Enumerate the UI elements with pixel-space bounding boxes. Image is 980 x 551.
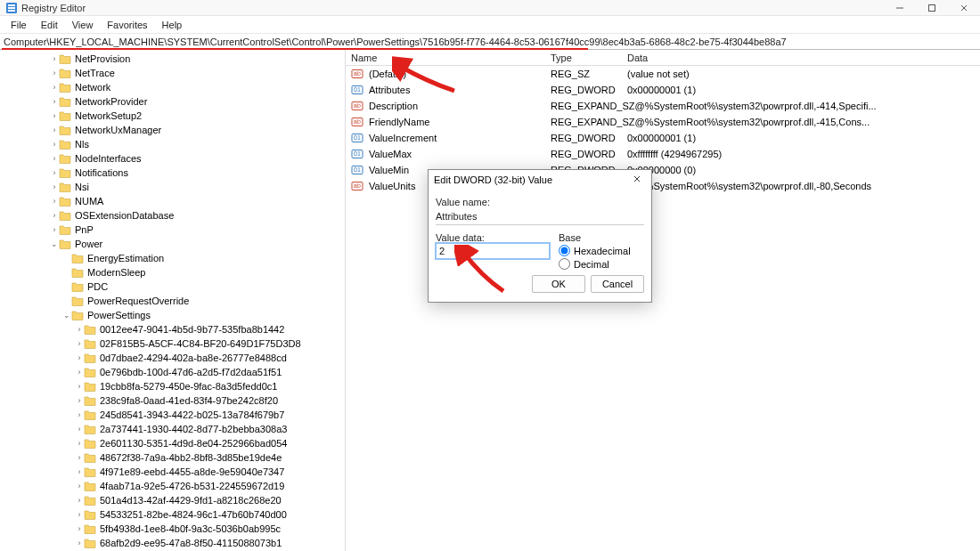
tree-item[interactable]: ›NetworkUxManager <box>0 123 345 137</box>
folder-icon <box>71 266 84 279</box>
tree-item[interactable]: ›2a737441-1930-4402-8d77-b2bebba308a3 <box>0 422 345 436</box>
tree-item[interactable]: ›Nls <box>0 137 345 151</box>
expand-chevron-icon[interactable]: › <box>50 140 59 149</box>
tree-item[interactable]: ›0e796bdb-100d-47d6-a2d5-f7d2daa51f51 <box>0 365 345 379</box>
expand-chevron-icon[interactable]: › <box>50 54 59 63</box>
tree-item[interactable]: ›238c9fa8-0aad-41ed-83f4-97be242c8f20 <box>0 393 345 408</box>
tree-item[interactable]: ›NUMA <box>0 194 345 208</box>
tree-item[interactable]: ›NodeInterfaces <box>0 151 345 166</box>
expand-chevron-icon[interactable]: › <box>50 97 59 106</box>
tree-item[interactable]: ›Network <box>0 80 345 94</box>
cancel-button[interactable]: Cancel <box>591 275 644 293</box>
dialog-close-button[interactable] <box>628 174 646 185</box>
folder-icon <box>59 223 71 236</box>
value-name: FriendlyName <box>369 117 429 127</box>
tree-item[interactable]: ModernSleep <box>0 265 345 280</box>
expand-chevron-icon[interactable]: › <box>75 382 84 391</box>
tree-label: 19cbb8fa-5279-450e-9fac-8a3d5fedd0c1 <box>100 381 277 392</box>
tree-item[interactable]: ⌄Power <box>0 237 345 251</box>
expand-chevron-icon[interactable]: › <box>50 225 59 234</box>
expand-chevron-icon[interactable]: › <box>75 325 84 334</box>
menu-favorites[interactable]: Favorites <box>100 18 154 32</box>
menu-help[interactable]: Help <box>155 18 190 32</box>
tree-item[interactable]: PDC <box>0 280 345 294</box>
expand-chevron-icon[interactable]: › <box>75 524 84 533</box>
col-data[interactable]: Data <box>627 53 980 63</box>
radio-decimal-input[interactable] <box>559 258 570 270</box>
address-bar[interactable]: Computer\HKEY_LOCAL_MACHINE\SYSTEM\Curre… <box>0 34 980 50</box>
radio-hexadecimal-input[interactable] <box>559 245 570 256</box>
menu-view[interactable]: View <box>65 18 101 32</box>
menu-edit[interactable]: Edit <box>34 18 65 32</box>
expand-chevron-icon[interactable]: ⌄ <box>62 311 71 320</box>
expand-chevron-icon[interactable]: › <box>50 182 59 191</box>
tree-item[interactable]: ›0d7dbae2-4294-402a-ba8e-26777e8488cd <box>0 351 345 365</box>
tree-item[interactable]: ›2e601130-5351-4d9d-8e04-252966bad054 <box>0 436 345 450</box>
expand-chevron-icon[interactable]: ⌄ <box>50 239 59 248</box>
value-row[interactable]: 01AttributesREG_DWORD0x00000001 (1) <box>346 82 980 98</box>
tree-item[interactable]: EnergyEstimation <box>0 251 345 265</box>
tree-item[interactable]: ›0012ee47-9041-4b5d-9b77-535fba8b1442 <box>0 322 345 336</box>
value-row[interactable]: 01ValueIncrementREG_DWORD0x00000001 (1) <box>346 130 980 146</box>
tree-item[interactable]: ›501a4d13-42af-4429-9fd1-a8218c268e20 <box>0 493 345 507</box>
value-data-input[interactable] <box>436 243 550 259</box>
close-button[interactable] <box>948 0 980 16</box>
tree-item[interactable]: ›4f971e89-eebd-4455-a8de-9e59040e7347 <box>0 465 345 479</box>
tree-item[interactable]: ›Nsi <box>0 180 345 194</box>
expand-chevron-icon[interactable]: › <box>75 425 84 434</box>
svg-text:ab: ab <box>354 70 361 77</box>
expand-chevron-icon[interactable]: › <box>50 168 59 177</box>
tree-item[interactable]: ›PnP <box>0 223 345 237</box>
tree-pane[interactable]: ›NetProvision›NetTrace›Network›NetworkPr… <box>0 50 346 551</box>
tree-item[interactable]: ›5fb4938d-1ee8-4b0f-9a3c-5036b0ab995c <box>0 522 345 536</box>
tree-item[interactable]: ›4faab71a-92e5-4726-b531-224559672d19 <box>0 479 345 493</box>
expand-chevron-icon[interactable]: › <box>75 396 84 405</box>
expand-chevron-icon[interactable]: › <box>75 496 84 505</box>
value-row[interactable]: abDescriptionREG_EXPAND_SZ@%SystemRoot%\… <box>346 98 980 114</box>
expand-chevron-icon[interactable]: › <box>50 111 59 120</box>
tree-item[interactable]: ›68afb2d9-ee95-47a8-8f50-4115088073b1 <box>0 536 345 550</box>
tree-item[interactable]: ›NetworkProvider <box>0 94 345 109</box>
expand-chevron-icon[interactable]: › <box>50 211 59 220</box>
expand-chevron-icon[interactable]: › <box>75 467 84 476</box>
col-name[interactable]: Name <box>351 53 551 63</box>
value-row[interactable]: 01ValueMaxREG_DWORD0xffffffff (429496729… <box>346 146 980 162</box>
tree-item[interactable]: ›54533251-82be-4824-96c1-47b60b740d00 <box>0 507 345 522</box>
col-type[interactable]: Type <box>551 53 627 63</box>
tree-item[interactable]: ›02F815B5-A5CF-4C84-BF20-649D1F75D3D8 <box>0 336 345 351</box>
minimize-button[interactable] <box>884 0 916 16</box>
expand-chevron-icon[interactable]: › <box>50 83 59 92</box>
maximize-button[interactable] <box>916 0 948 16</box>
expand-chevron-icon[interactable]: › <box>75 482 84 490</box>
expand-chevron-icon[interactable]: › <box>75 439 84 448</box>
expand-chevron-icon[interactable]: › <box>75 368 84 377</box>
expand-chevron-icon[interactable]: › <box>50 197 59 206</box>
tree-item[interactable]: ›19cbb8fa-5279-450e-9fac-8a3d5fedd0c1 <box>0 379 345 393</box>
expand-chevron-icon[interactable]: › <box>75 539 84 547</box>
tree-item[interactable]: ›OSExtensionDatabase <box>0 208 345 223</box>
tree-item[interactable]: ›NetTrace <box>0 66 345 80</box>
ok-button[interactable]: OK <box>532 275 585 293</box>
expand-chevron-icon[interactable]: › <box>50 69 59 77</box>
expand-chevron-icon[interactable]: › <box>75 339 84 348</box>
radio-decimal[interactable]: Decimal <box>559 258 644 270</box>
tree-item[interactable]: ›245d8541-3943-4422-b025-13a784f679b7 <box>0 408 345 422</box>
expand-chevron-icon[interactable]: › <box>75 453 84 462</box>
values-header[interactable]: Name Type Data <box>346 50 980 66</box>
expand-chevron-icon[interactable]: › <box>75 410 84 419</box>
tree-item[interactable]: ›48672f38-7a9a-4bb2-8bf8-3d85be19de4e <box>0 450 345 465</box>
tree-item[interactable]: PowerRequestOverride <box>0 294 345 308</box>
expand-chevron-icon[interactable]: › <box>75 510 84 519</box>
tree-item[interactable]: ›NetworkSetup2 <box>0 109 345 123</box>
value-row[interactable]: ab(Default)REG_SZ(value not set) <box>346 66 980 82</box>
tree-item[interactable]: ›NetProvision <box>0 52 345 66</box>
radio-hexadecimal[interactable]: Hexadecimal <box>559 245 644 256</box>
menu-file[interactable]: File <box>4 18 34 32</box>
expand-chevron-icon[interactable]: › <box>50 154 59 163</box>
expand-chevron-icon[interactable]: › <box>50 126 59 134</box>
expand-chevron-icon[interactable]: › <box>75 353 84 362</box>
value-row[interactable]: abFriendlyNameREG_EXPAND_SZ@%SystemRoot%… <box>346 114 980 130</box>
tree-item[interactable]: ⌄PowerSettings <box>0 308 345 322</box>
tree-item[interactable]: ›Notifications <box>0 166 345 180</box>
dialog-titlebar[interactable]: Edit DWORD (32-bit) Value <box>429 170 651 190</box>
